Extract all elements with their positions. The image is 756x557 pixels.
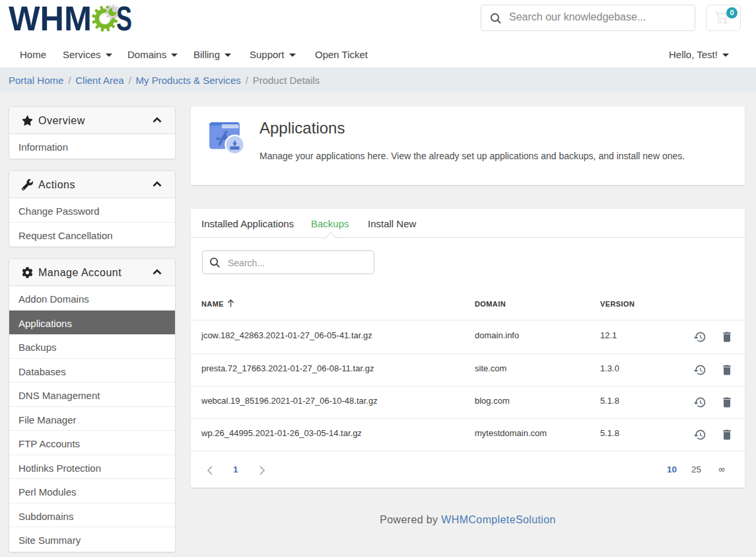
svg-text:WHM: WHM [9, 0, 92, 37]
svg-text:S: S [116, 0, 132, 37]
